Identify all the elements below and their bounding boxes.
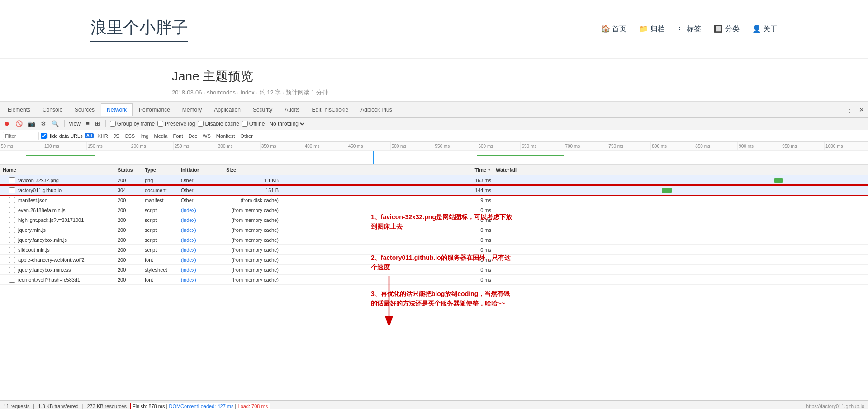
row-checkbox-manifest[interactable]: [9, 197, 15, 203]
filter-type-xhr[interactable]: XHR: [95, 133, 109, 139]
filter-button[interactable]: ⚙: [39, 119, 47, 128]
preserve-log-label[interactable]: Preserve log: [157, 121, 195, 127]
filter-type-ws[interactable]: WS: [201, 133, 213, 139]
table-row[interactable]: highlight.pack.js?v=20171001 200 script …: [0, 215, 868, 225]
filter-type-media[interactable]: Media: [152, 133, 169, 139]
initiator-link-woff2[interactable]: (index): [181, 257, 196, 263]
table-row[interactable]: jquery.fancybox.min.js 200 script (index…: [0, 235, 868, 245]
row-checkbox-highlight[interactable]: [9, 217, 15, 223]
initiator-link-slideout[interactable]: (index): [181, 247, 196, 253]
table-row[interactable]: factory011.github.io 304 document Other …: [0, 185, 868, 195]
filter-type-css[interactable]: CSS: [123, 133, 137, 139]
group-by-frame-checkbox[interactable]: [110, 121, 116, 127]
tab-network[interactable]: Network: [101, 103, 133, 116]
initiator-link-jquery[interactable]: (index): [181, 227, 196, 233]
col-header-waterfall[interactable]: Waterfall: [493, 167, 868, 173]
search-button[interactable]: 🔍: [50, 119, 60, 128]
offline-label[interactable]: Offline: [242, 121, 265, 127]
initiator-link-even[interactable]: (index): [181, 207, 196, 213]
tab-adblockplus[interactable]: Adblock Plus: [355, 103, 398, 116]
table-row[interactable]: manifest.json 200 manifest Other (from d…: [0, 195, 868, 205]
row-size-iconfont: (from memory cache): [226, 277, 280, 282]
tab-security[interactable]: Security: [247, 103, 278, 116]
row-checkbox-factory[interactable]: [9, 187, 15, 193]
status-bar: 11 requests | 1.3 KB transferred | 273 K…: [0, 400, 868, 409]
status-dom-loaded: DOMContentLoaded: 427 ms: [169, 404, 233, 409]
tab-performance[interactable]: Performance: [133, 103, 176, 116]
tab-application[interactable]: Application: [208, 103, 247, 116]
row-checkbox-fancybox[interactable]: [9, 237, 15, 243]
row-initiator-fancybox: (index): [181, 237, 226, 243]
view-list-btn[interactable]: ≡: [85, 119, 91, 128]
tab-memory[interactable]: Memory: [176, 103, 208, 116]
row-initiator-manifest: Other: [181, 197, 226, 203]
devtools-panel: Elements Console Sources Network Perform…: [0, 102, 868, 409]
offline-checkbox[interactable]: [242, 121, 248, 127]
table-row[interactable]: jquery.fancybox.min.css 200 stylesheet (…: [0, 265, 868, 275]
capture-screenshot-button[interactable]: 📷: [27, 119, 37, 128]
nav-category[interactable]: 🔲 分类: [714, 24, 739, 34]
filter-type-img[interactable]: Img: [138, 133, 150, 139]
initiator-link-iconfont[interactable]: (index): [181, 277, 196, 282]
col-header-type[interactable]: Type: [145, 167, 181, 173]
preserve-log-checkbox[interactable]: [157, 121, 163, 127]
nav-home[interactable]: 🏠 首页: [601, 24, 626, 34]
nav-archive[interactable]: 📁 归档: [639, 24, 664, 34]
filter-type-js[interactable]: JS: [112, 133, 121, 139]
devtools-close-btn[interactable]: ✕: [857, 105, 866, 114]
filter-type-all[interactable]: All: [85, 133, 94, 138]
disable-cache-label[interactable]: Disable cache: [198, 121, 239, 127]
col-header-initiator[interactable]: Initiator: [181, 167, 226, 173]
col-header-size[interactable]: Size: [226, 167, 280, 173]
table-row[interactable]: even.26188efa.min.js 200 script (index) …: [0, 205, 868, 215]
view-detail-btn[interactable]: ⊞: [94, 119, 101, 128]
filter-type-font[interactable]: Font: [171, 133, 185, 139]
devtools-more-btn[interactable]: ⋮: [844, 105, 854, 114]
row-size-even: (from memory cache): [226, 207, 280, 213]
hide-data-urls-label[interactable]: Hide data URLs: [41, 133, 83, 139]
initiator-link-fancycss[interactable]: (index): [181, 267, 196, 273]
hide-data-urls-checkbox[interactable]: [41, 133, 47, 139]
record-button[interactable]: ⏺: [3, 119, 11, 128]
nav-about[interactable]: 👤 关于: [752, 24, 778, 34]
table-row[interactable]: iconfont.woff?hash=fc583d1 200 font (ind…: [0, 275, 868, 285]
initiator-link-fancybox[interactable]: (index): [181, 237, 196, 243]
row-size-woff2: (from memory cache): [226, 257, 280, 263]
row-type-fancycss: stylesheet: [145, 267, 181, 273]
row-initiator-even: (index): [181, 207, 226, 213]
disable-cache-checkbox[interactable]: [198, 121, 204, 127]
throttle-select[interactable]: No throttling: [267, 120, 306, 127]
table-row[interactable]: apple-chancery-webfont.woff2 200 font (i…: [0, 255, 868, 265]
tab-audits[interactable]: Audits: [279, 103, 305, 116]
table-row[interactable]: jquery.min.js 200 script (index) (from m…: [0, 225, 868, 235]
tab-sources[interactable]: Sources: [69, 103, 100, 116]
filter-type-other[interactable]: Other: [238, 133, 255, 139]
row-checkbox-even[interactable]: [9, 207, 15, 213]
row-waterfall-iconfont: [493, 275, 868, 285]
group-by-frame-label[interactable]: Group by frame: [110, 121, 155, 127]
initiator-link-highlight[interactable]: (index): [181, 217, 196, 223]
scale-1000ms: 1000 ms: [825, 142, 868, 150]
clear-button[interactable]: 🚫: [14, 119, 24, 128]
row-size-highlight: (from memory cache): [226, 217, 280, 223]
disable-cache-text: Disable cache: [205, 121, 239, 127]
row-checkbox-iconfont[interactable]: [9, 277, 15, 283]
table-row[interactable]: favicon-32x32.png 200 png Other 1.1 KB 1…: [0, 175, 868, 185]
col-header-name[interactable]: Name: [0, 167, 118, 173]
row-checkbox-fancycss[interactable]: [9, 267, 15, 273]
tab-elements[interactable]: Elements: [2, 103, 36, 116]
row-checkbox-slideout[interactable]: [9, 247, 15, 253]
filter-type-doc[interactable]: Doc: [186, 133, 199, 139]
row-initiator-iconfont: (index): [181, 277, 226, 282]
tab-console[interactable]: Console: [37, 103, 68, 116]
row-checkbox-woff2[interactable]: [9, 257, 15, 263]
filter-type-manifest[interactable]: Manifest: [214, 133, 237, 139]
row-checkbox-jquery[interactable]: [9, 227, 15, 233]
col-header-time[interactable]: Time ▼: [280, 167, 493, 173]
row-checkbox-favicon[interactable]: [9, 177, 15, 183]
table-row[interactable]: slideout.min.js 200 script (index) (from…: [0, 245, 868, 255]
nav-tags[interactable]: 🏷 标签: [678, 24, 701, 34]
col-header-status[interactable]: Status: [118, 167, 145, 173]
tab-editthiscookie[interactable]: EditThisCookie: [306, 103, 355, 116]
filter-input[interactable]: [3, 132, 39, 140]
